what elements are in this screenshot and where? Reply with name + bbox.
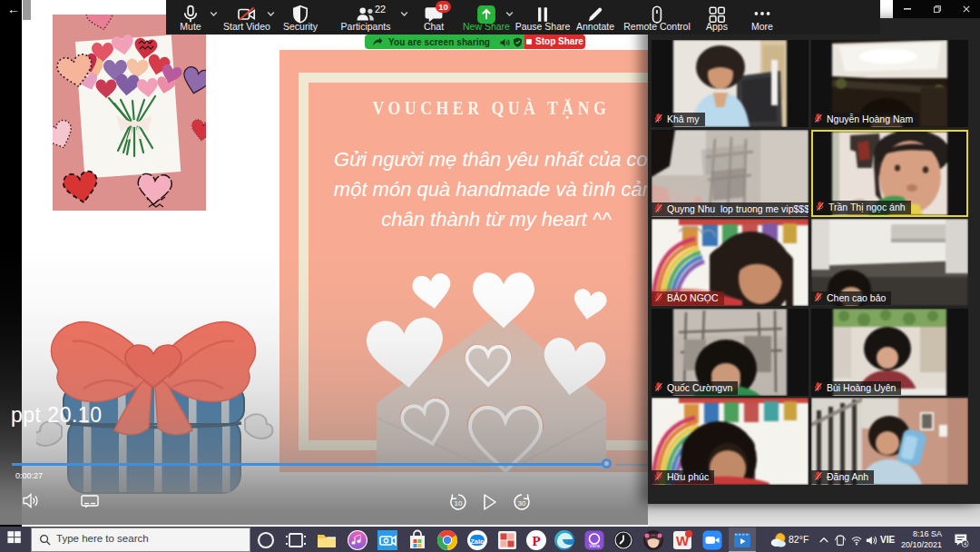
svg-text:Zalo: Zalo [470,537,485,546]
svg-text:P: P [532,534,540,548]
svg-text:10: 10 [455,499,463,508]
svg-text:Viera: Viera [589,543,600,548]
svg-text:30: 30 [518,499,526,508]
svg-text:4: 4 [964,541,966,547]
